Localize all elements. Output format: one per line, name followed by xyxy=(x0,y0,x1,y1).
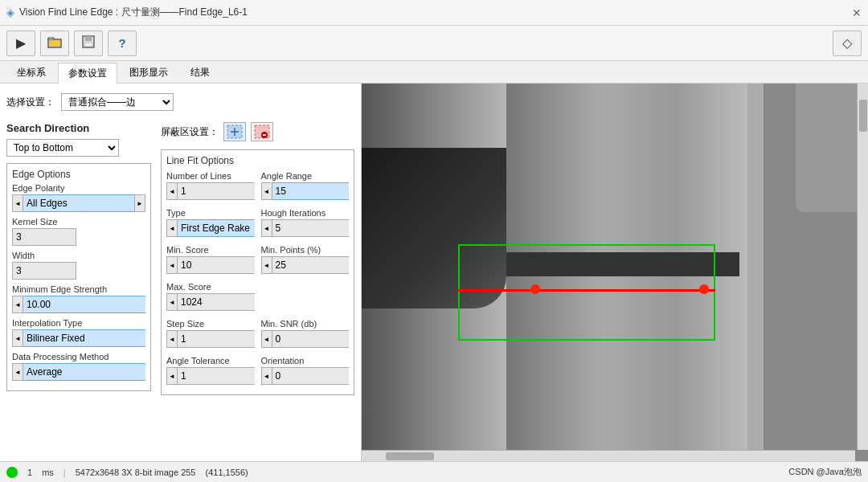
interpolation-spinbox: ◄ xyxy=(12,329,145,347)
line-fit-section: Line Fit Options Number of Lines ◄ Angle… xyxy=(161,149,354,395)
angle-tolerance-label: Angle Tolerance xyxy=(166,356,255,366)
min-points-spinbox: ◄ xyxy=(261,256,350,274)
data-processing-decrement[interactable]: ◄ xyxy=(12,363,23,381)
angle-range-decrement[interactable]: ◄ xyxy=(261,182,272,200)
horizontal-scrollbar[interactable] xyxy=(362,450,855,461)
titlebar-title: Vision Find Line Edge : 尺寸量测——Find Edge_… xyxy=(19,6,248,19)
ms-label: ms xyxy=(42,468,54,477)
max-score-decrement[interactable]: ◄ xyxy=(166,293,178,311)
min-snr-spinbox: ◄ xyxy=(261,330,350,348)
min-points-decrement[interactable]: ◄ xyxy=(261,256,272,274)
min-snr-label: Min. SNR (db) xyxy=(261,319,350,329)
angle-tolerance-decrement[interactable]: ◄ xyxy=(166,367,178,385)
help-button[interactable]: ? xyxy=(108,31,137,56)
search-direction-dropdown[interactable]: Top to Bottom xyxy=(6,139,119,157)
select-settings-dropdown[interactable]: 普通拟合——边 xyxy=(61,93,174,111)
image-info: 5472x3648 3X 8-bit image 255 xyxy=(76,468,196,477)
shield-add-button[interactable] xyxy=(223,122,246,141)
num-lines-input[interactable] xyxy=(178,182,255,200)
edge-polarity-decrement[interactable]: ◄ xyxy=(12,194,23,212)
num-lines-spinbox: ◄ xyxy=(166,182,255,200)
save-button[interactable] xyxy=(74,31,103,56)
edge-polarity-spinbox: ◄ ► xyxy=(12,194,145,212)
svg-rect-1 xyxy=(48,38,54,40)
app-icon: ◈ xyxy=(6,6,14,18)
hough-input[interactable] xyxy=(272,219,350,237)
shield-remove-button[interactable] xyxy=(251,122,273,141)
tab-params[interactable]: 参数设置 xyxy=(58,63,117,84)
orientation-input[interactable] xyxy=(272,367,350,385)
interpolation-group: Interpolation Type ◄ xyxy=(12,318,145,347)
type-input[interactable] xyxy=(178,219,255,237)
image-area xyxy=(362,84,868,461)
diamond-icon: ◇ xyxy=(842,35,852,51)
run-button[interactable]: ▶ xyxy=(6,31,35,56)
min-edge-strength-label: Minimum Edge Strength xyxy=(12,284,145,294)
type-group: Type ◄ xyxy=(166,208,255,237)
min-score-label: Min. Score xyxy=(166,245,255,255)
select-settings-row: 选择设置： 普通拟合——边 xyxy=(6,90,354,114)
interpolation-decrement[interactable]: ◄ xyxy=(12,329,23,347)
step-size-input[interactable] xyxy=(178,330,255,348)
data-processing-input[interactable] xyxy=(23,363,145,381)
min-edge-decrement[interactable]: ◄ xyxy=(12,296,23,313)
edge-polarity-group: Edge Polarity ◄ ► xyxy=(12,183,145,212)
tab-results[interactable]: 结果 xyxy=(180,62,220,83)
min-points-label: Min. Points (%) xyxy=(261,245,350,255)
image-panel[interactable] xyxy=(362,84,868,461)
interpolation-input[interactable] xyxy=(23,329,145,347)
angle-tolerance-input[interactable] xyxy=(178,367,255,385)
max-score-input[interactable] xyxy=(178,293,255,311)
angle-tolerance-spinbox: ◄ xyxy=(166,367,255,385)
v-scrollbar-thumb[interactable] xyxy=(859,100,867,132)
edge-polarity-increment[interactable]: ► xyxy=(134,194,145,212)
col-left: Search Direction Top to Bottom Edge Opti… xyxy=(6,122,151,398)
shield-label: 屏蔽区设置： xyxy=(161,125,219,139)
hough-decrement[interactable]: ◄ xyxy=(261,219,272,237)
kernel-size-group: Kernel Size xyxy=(12,217,145,246)
orientation-spinbox: ◄ xyxy=(261,367,350,385)
diamond-button[interactable]: ◇ xyxy=(833,31,862,56)
toolbar: ▶ ? ◇ xyxy=(0,26,868,61)
hough-group: Hough Iterations ◄ xyxy=(261,208,350,237)
data-processing-spinbox: ◄ xyxy=(12,363,145,381)
width-input[interactable] xyxy=(12,262,76,280)
min-edge-input[interactable] xyxy=(23,296,145,313)
image-red-line xyxy=(458,289,715,292)
image-red-dot-left xyxy=(530,284,540,294)
run-count: 1 xyxy=(27,468,32,477)
data-processing-group: Data Processing Method ◄ xyxy=(12,352,145,381)
orientation-decrement[interactable]: ◄ xyxy=(261,367,272,385)
num-lines-decrement[interactable]: ◄ xyxy=(166,182,178,200)
edge-polarity-input[interactable] xyxy=(23,194,134,212)
step-size-group: Step Size ◄ xyxy=(166,319,255,348)
type-decrement[interactable]: ◄ xyxy=(166,219,178,237)
vertical-scrollbar[interactable] xyxy=(857,84,868,450)
min-snr-input[interactable] xyxy=(272,330,350,348)
tab-display[interactable]: 图形显示 xyxy=(119,62,178,83)
titlebar-left: ◈ Vision Find Line Edge : 尺寸量测——Find Edg… xyxy=(6,6,248,19)
statusbar: 1 ms | 5472x3648 3X 8-bit image 255 (411… xyxy=(0,461,868,482)
num-lines-group: Number of Lines ◄ xyxy=(166,171,255,200)
min-score-input[interactable] xyxy=(178,256,255,274)
open-button[interactable] xyxy=(40,31,69,56)
tab-coordinates[interactable]: 坐标系 xyxy=(6,62,56,83)
tabs-row: 坐标系 参数设置 图形显示 结果 xyxy=(0,61,868,84)
svg-rect-5 xyxy=(84,43,92,47)
max-score-label: Max. Score xyxy=(166,282,255,292)
search-direction-section: Search Direction Top to Bottom xyxy=(6,122,151,157)
step-size-decrement[interactable]: ◄ xyxy=(166,330,178,348)
min-snr-group: Min. SNR (db) ◄ xyxy=(261,319,350,348)
min-score-group: Min. Score ◄ xyxy=(166,245,255,274)
min-points-input[interactable] xyxy=(272,256,350,274)
h-scrollbar-thumb[interactable] xyxy=(386,452,434,460)
min-score-decrement[interactable]: ◄ xyxy=(166,256,178,274)
kernel-size-input[interactable] xyxy=(12,228,76,246)
min-snr-decrement[interactable]: ◄ xyxy=(261,330,272,348)
close-button[interactable]: ✕ xyxy=(852,6,862,19)
angle-range-spinbox: ◄ xyxy=(261,182,350,200)
edge-options-title: Edge Options xyxy=(12,169,145,180)
max-score-spinbox: ◄ xyxy=(166,293,255,311)
angle-range-input[interactable] xyxy=(272,182,350,200)
run-icon: ▶ xyxy=(16,35,26,51)
